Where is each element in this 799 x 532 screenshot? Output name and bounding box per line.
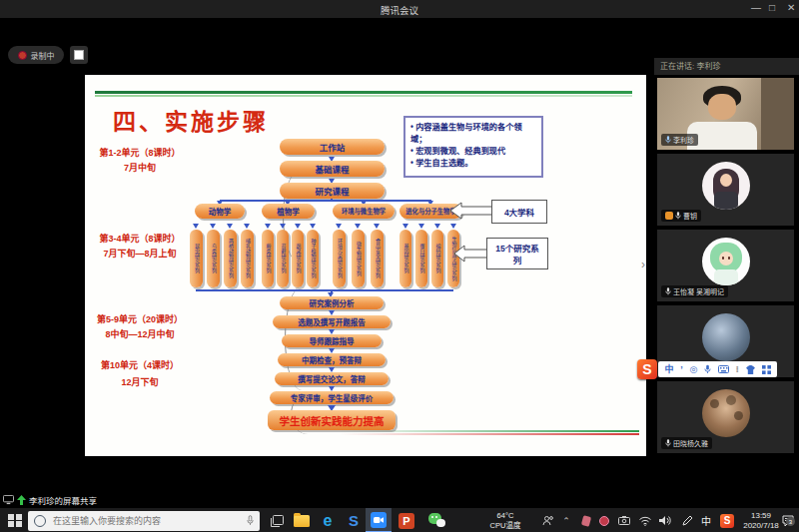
tencent-meeting-app-button[interactable] (366, 508, 392, 532)
series-column: 两栖动物研究系列 (224, 230, 237, 287)
start-button[interactable] (4, 508, 26, 532)
window-title: 腾讯会议 (0, 3, 799, 17)
volume-icon[interactable] (655, 508, 675, 532)
info-box: 内容涵盖生物与环境的各个领域； 宏观到微观、经典到现代 学生自主选题。 (403, 116, 543, 178)
arrow-down-icon (418, 224, 424, 229)
person-face (708, 94, 736, 120)
info-bullet: 学生自主选题。 (410, 158, 536, 170)
participant-name-chip: 曹钥 (661, 210, 701, 222)
connector-line (331, 199, 333, 201)
search-mic-icon[interactable] (247, 515, 254, 526)
maximize-button[interactable]: □ (769, 2, 775, 13)
recording-dot-icon (18, 51, 27, 60)
unit-label-4: 第10单元（4课时）12月下旬 (85, 361, 195, 388)
task-view-button[interactable] (266, 508, 288, 532)
process-step-5: 撰写提交论文，答辩 (275, 372, 389, 385)
arrow-down-icon (310, 224, 316, 229)
tray-expand-chevron-icon[interactable]: ⌃ (557, 508, 575, 532)
screen-share-banner: 李利珍的屏幕共享 (3, 493, 97, 506)
avatar (702, 313, 750, 361)
tray-icon-2[interactable] (595, 508, 613, 532)
mic-icon (665, 287, 671, 295)
monitor-icon (3, 495, 14, 505)
unit-label-3: 第5-9单元（20课时）8中旬—12月中旬 (85, 315, 195, 340)
arrow-down-icon (450, 224, 456, 229)
slide-top-line (95, 91, 632, 94)
taskbar-search[interactable] (28, 511, 260, 531)
mic-icon (665, 439, 671, 447)
series-column: 蛋白研究系列 (415, 230, 427, 287)
video-tile-caoyue[interactable]: 曹钥 (657, 154, 794, 226)
sogou-browser-button[interactable]: S (342, 508, 366, 532)
sogou-ime-toolbar: 中 ’ ◎ ⁝ (658, 361, 777, 377)
series-column: 编码研究系列 (431, 230, 443, 287)
minimize-button[interactable]: — (751, 2, 761, 13)
ime-more-button[interactable]: ⁝ (736, 365, 739, 374)
ime-punct-button[interactable]: ’ (680, 365, 683, 374)
arrow-down-icon (434, 224, 440, 229)
share-arrow-icon (17, 495, 26, 505)
window-titlebar: 腾讯会议 — □ ✕ (0, 0, 799, 18)
arrow-down-icon (295, 224, 301, 229)
video-tile-5[interactable]: 田晓杨久雅 (657, 381, 794, 453)
arrow-down-icon (374, 224, 380, 229)
slide-bottom-line2 (340, 433, 639, 435)
ime-emoji-button[interactable]: ◎ (689, 365, 697, 374)
sogou-ime-logo[interactable]: S (637, 359, 657, 379)
sidebar-collapse-chevron-icon[interactable]: › (641, 258, 645, 271)
block-arrow-left-icon (454, 245, 488, 263)
ime-skin-button[interactable] (746, 365, 755, 374)
arrow-down-icon (244, 224, 250, 229)
file-explorer-button[interactable] (290, 508, 314, 532)
subject-environment-microbiology: 环境与微生物学 (333, 204, 395, 219)
process-step-1: 研究案例分析 (280, 296, 384, 309)
ime-keyboard-button[interactable] (718, 365, 729, 373)
stop-recording-button[interactable] (70, 46, 88, 64)
powerpoint-button[interactable]: P (394, 508, 419, 532)
info-bullet: 内容涵盖生物与环境的各个领域； (410, 122, 536, 146)
tray-icon-1[interactable] (577, 508, 595, 532)
avatar (702, 162, 750, 210)
wifi-icon[interactable] (635, 508, 655, 532)
sogou-ime-tray-icon[interactable]: S (717, 508, 737, 532)
windows-taskbar: e S P 64°C CPU温度 (0, 507, 799, 532)
series-column: 蕨类研究系列 (262, 230, 274, 287)
cortana-icon (34, 515, 46, 527)
process-step-6: 专家评审，学生星级评价 (270, 391, 394, 404)
slide-top-line2 (95, 95, 632, 97)
series-column: 种子植物研究系列 (307, 230, 319, 287)
tray-camera-icon[interactable] (614, 508, 634, 532)
series-column: 鸟类研究系列 (207, 230, 220, 287)
search-input[interactable] (51, 515, 242, 527)
unit-label-2: 第3-4单元（8课时）7月下旬—8月上旬 (85, 235, 195, 260)
subject-zoology: 动物学 (195, 204, 245, 219)
ime-mic-button[interactable] (704, 364, 711, 374)
avatar (702, 238, 750, 285)
video-tile-lilizhen[interactable]: 李利珍 (657, 78, 794, 150)
info-bullet: 宏观到微观、经典到现代 (410, 146, 536, 158)
ime-mode-button[interactable]: 中 (664, 365, 673, 374)
cpu-temperature-widget[interactable]: 64°C CPU温度 (477, 508, 533, 532)
avatar (702, 389, 750, 437)
close-button[interactable]: ✕ (787, 2, 795, 13)
subject-botany: 植物学 (262, 204, 315, 219)
host-badge-icon (665, 212, 673, 220)
flow-box-basic-course: 基础课程 (280, 161, 385, 177)
wechat-button[interactable] (423, 508, 449, 532)
slide-title: 四、实施步骤 (113, 103, 269, 137)
connector-line (196, 289, 453, 291)
people-icon[interactable] (537, 508, 557, 532)
edge-browser-button[interactable]: e (316, 508, 340, 532)
series-column: 苔藓研究系列 (277, 230, 289, 287)
ime-toolbox-button[interactable] (762, 365, 771, 374)
block-arrow-left-icon (450, 202, 492, 220)
ime-mode-indicator[interactable]: 中 (697, 508, 715, 532)
process-step-2: 选题及撰写开题报告 (273, 315, 391, 328)
series-column: 蔬菜研究系列 (292, 230, 304, 287)
series-column: 微生物研究系列 (352, 230, 365, 287)
arrow-down-icon (227, 224, 233, 229)
shared-slide: 四、实施步骤 第1-2单元（8课时）7月中旬 第3-4单元（8课时）7月下旬—8… (85, 75, 646, 456)
arrow-down-icon (265, 224, 271, 229)
pen-icon[interactable] (677, 508, 697, 532)
video-tile-wangyining[interactable]: 王怡凝 吴湘明记 (657, 230, 794, 301)
